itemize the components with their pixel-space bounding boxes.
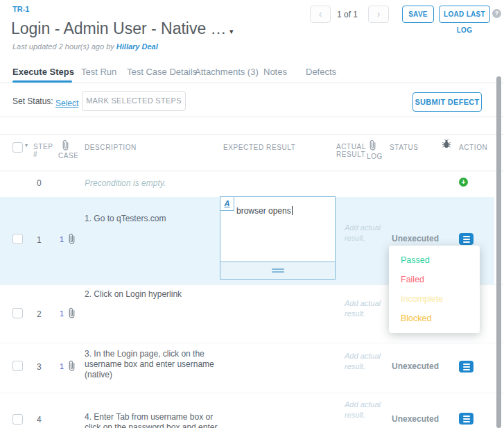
tab-test-case-details[interactable]: Test Case Details — [127, 67, 197, 77]
editor-resize-handle[interactable] — [220, 262, 335, 279]
test-run-id: TR-1 — [12, 5, 29, 13]
menu-item-failed[interactable]: Failed — [389, 270, 480, 289]
row2-description: 2. Click on Login hyperlink — [85, 289, 218, 300]
row1-description: 1. Go to qTesters.com — [85, 214, 218, 224]
col-header-description: DESCRIPTION — [85, 144, 137, 151]
expected-result-editor[interactable]: A browser opens — [220, 196, 336, 280]
col-header-status: STATUS — [390, 144, 419, 151]
select-all-caret-down-icon[interactable]: ▾ — [25, 142, 28, 148]
select-all-checkbox[interactable] — [12, 142, 23, 153]
row4-add-actual-result[interactable]: Add actual result. — [345, 400, 381, 420]
test-run-execution-page: TR-1 Login - Admin User - Native … ▾ Las… — [0, 0, 504, 428]
tab-notes[interactable]: Notes — [263, 67, 287, 77]
title-caret-down-icon[interactable]: ▾ — [229, 27, 234, 35]
load-last-log-button[interactable]: LOAD LAST LOG — [439, 6, 490, 23]
tab-attachments[interactable]: Attachments (3) — [195, 67, 259, 77]
row3-step-number: 3 — [37, 362, 42, 372]
paperclip-icon — [67, 307, 76, 319]
row1-checkbox[interactable] — [12, 234, 23, 244]
updated-by-user-link[interactable]: Hillary Deal — [116, 42, 158, 51]
row4-description: 4. Enter Tab from username box or click … — [85, 412, 222, 428]
row4-action-menu-button[interactable] — [459, 413, 473, 425]
tab-test-run[interactable]: Test Run — [81, 67, 116, 77]
row3-case-link[interactable]: 1 — [60, 359, 76, 372]
menu-item-incomplete[interactable]: Incomplete — [389, 289, 480, 309]
save-button[interactable]: SAVE — [402, 6, 434, 23]
row1-status: Unexecuted — [392, 234, 439, 243]
prev-page-button[interactable]: ‹ — [310, 6, 331, 23]
page-title: Login - Admin User - Native … — [11, 19, 227, 37]
tab-execute-steps[interactable]: Execute Steps — [12, 67, 74, 77]
table-top-border — [0, 134, 504, 135]
row3-description: 3. In the Login page, click on the usern… — [85, 349, 222, 380]
set-status-label: Set Status: — [12, 96, 53, 106]
row2-checkbox[interactable] — [12, 308, 23, 318]
col-header-case: CASE — [58, 152, 79, 160]
last-updated-text: Last updated 2 hour(s) ago by Hillary De… — [12, 42, 158, 51]
row2-add-actual-result[interactable]: Add actual result. — [345, 298, 381, 319]
menu-item-passed[interactable]: Passed — [389, 250, 480, 270]
text-cursor — [292, 206, 293, 215]
set-status-select[interactable]: Select ▾ — [55, 96, 85, 109]
row3-action-menu-button[interactable] — [459, 361, 473, 373]
bug-icon — [441, 139, 452, 152]
row3-add-actual-result[interactable]: Add actual result. — [345, 351, 381, 372]
col-header-actual-result: ACTUAL RESULT — [336, 143, 366, 158]
tabs-divider — [0, 83, 504, 83]
row2-case-link[interactable]: 1 — [60, 307, 76, 319]
help-icon[interactable]: ? — [492, 9, 501, 18]
row3-checkbox[interactable] — [12, 361, 23, 371]
row1-add-actual-result[interactable]: Add actual result. — [345, 223, 381, 243]
expected-result-text[interactable]: browser opens — [236, 206, 293, 216]
row4-checkbox[interactable] — [12, 414, 23, 425]
mark-selected-steps-button[interactable]: MARK SELECTED STEPS — [82, 91, 186, 111]
toolbar-divider — [0, 117, 504, 117]
row1-case-link[interactable]: 1 — [60, 232, 76, 245]
col-header-expected-result: EXPECTED RESULT — [223, 144, 295, 151]
col-header-step: STEP # — [33, 143, 53, 158]
row2-step-number: 2 — [37, 309, 42, 319]
table-header-border — [0, 171, 504, 171]
row4-step-number: 4 — [37, 415, 42, 425]
text-format-icon[interactable]: A — [220, 197, 234, 211]
paperclip-icon — [67, 360, 76, 372]
row4-status: Unexecuted — [392, 414, 439, 424]
status-dropdown-menu: Passed Failed Incomplete Blocked — [389, 246, 480, 333]
row3-status: Unexecuted — [392, 361, 439, 371]
log-paperclip-icon — [368, 139, 377, 154]
col-header-action: ACTION — [459, 144, 487, 151]
submit-defect-button[interactable]: SUBMIT DEFECT — [412, 92, 482, 112]
tab-defects[interactable]: Defects — [306, 67, 336, 77]
col-header-log: LOG — [367, 153, 383, 160]
add-precondition-button[interactable]: + — [459, 178, 468, 187]
paperclip-icon — [67, 233, 76, 245]
precondition-step-number: 0 — [37, 178, 42, 188]
precondition-text: Precondition is empty. — [85, 178, 166, 188]
pagination-label: 1 of 1 — [337, 10, 358, 19]
row1-step-number: 1 — [37, 235, 42, 245]
next-page-button[interactable]: › — [368, 6, 389, 23]
menu-item-blocked[interactable]: Blocked — [389, 309, 480, 328]
vertical-scrollbar-thumb[interactable] — [496, 76, 501, 428]
row1-action-menu-button[interactable] — [459, 233, 473, 245]
page-title-row: Login - Admin User - Native … ▾ — [11, 19, 234, 38]
